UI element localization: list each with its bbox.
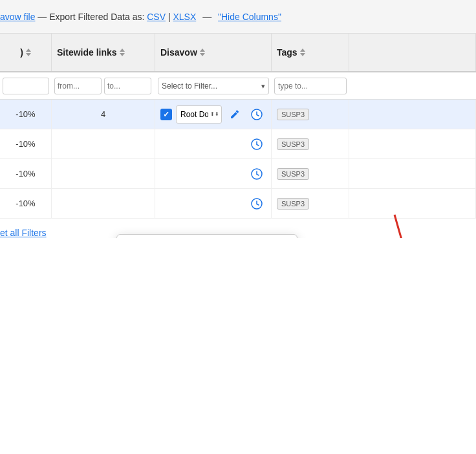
tags-cell: SUSP3	[272, 189, 349, 218]
sitewide-from-input[interactable]	[54, 78, 102, 94]
sitewide-cell	[52, 129, 155, 158]
table-row: -10% SUSP3	[0, 129, 476, 159]
filter-row: Select to Filter...	[0, 72, 476, 100]
sitewide-cell: 4	[52, 100, 155, 129]
sitewide-cell	[52, 159, 155, 188]
disavow-select-wrap: Root Domain	[176, 105, 222, 124]
sitewide-range-filter	[54, 78, 153, 94]
filter-sitewide	[52, 72, 155, 99]
history-btn[interactable]	[248, 165, 266, 183]
score-value: -10%	[16, 199, 35, 208]
disavow-checkbox[interactable]	[160, 109, 172, 120]
export-text: — Export Filtered Data as:	[38, 12, 144, 22]
separator2: —	[202, 12, 211, 22]
separator1: |	[168, 12, 171, 22]
filter-tags	[272, 72, 349, 99]
sort-disavow-btn[interactable]	[200, 49, 205, 56]
sort-down-icon	[200, 53, 205, 56]
csv-link[interactable]: CSV	[147, 12, 166, 22]
rest-cell	[349, 129, 476, 158]
history-btn[interactable]	[248, 135, 266, 153]
history-popup: 2019-04-27 — User: lagrotte Report: 1268…	[116, 234, 298, 238]
col-header-score: )	[0, 34, 52, 71]
tag-badge: SUSP3	[277, 168, 309, 180]
score-cell: -10%	[0, 159, 52, 188]
score-value: -10%	[16, 109, 35, 119]
score-col-label: )	[20, 47, 23, 58]
sitewide-value: 4	[101, 109, 105, 119]
disavow-filter-wrap: Select to Filter...	[158, 78, 269, 94]
sort-down-icon	[120, 53, 125, 56]
rest-cell	[349, 189, 476, 218]
tag-badge: SUSP3	[277, 198, 309, 210]
sitewide-to-input[interactable]	[104, 78, 151, 94]
table-row: -10% SUSP3	[0, 189, 476, 219]
sort-score-btn[interactable]	[26, 49, 31, 56]
col-header-rest	[349, 34, 476, 71]
col-header-tags: Tags	[272, 34, 349, 71]
sort-up-icon	[300, 49, 305, 52]
score-value: -10%	[16, 169, 35, 178]
tags-cell: SUSP3	[272, 159, 349, 188]
col-header-disavow: Disavow	[155, 34, 272, 71]
table-row: -10% SUSP3	[0, 159, 476, 189]
sitewide-cell	[52, 189, 155, 218]
disavow-cell	[155, 129, 272, 158]
sort-sitewide-btn[interactable]	[120, 49, 125, 56]
filter-score	[0, 72, 52, 99]
disavow-filter-select[interactable]: Select to Filter...	[158, 78, 269, 94]
table-area: ) Sitewide links Disavow Tags	[0, 34, 476, 238]
edit-disavow-btn[interactable]	[226, 105, 244, 124]
tags-filter-input[interactable]	[274, 78, 347, 94]
history-btn[interactable]	[248, 105, 266, 124]
disavow-cell	[155, 159, 272, 188]
disavow-cell	[155, 189, 272, 218]
disavow-file-link[interactable]: avow file	[0, 12, 35, 22]
sort-up-icon	[200, 49, 205, 52]
sitewide-col-label: Sitewide links	[57, 47, 117, 58]
disavow-col-label: Disavow	[160, 47, 197, 58]
tags-cell: SUSP3	[272, 129, 349, 158]
reset-filters-link[interactable]: et all Filters	[0, 228, 47, 238]
rest-cell	[349, 100, 476, 129]
top-bar: avow file — Export Filtered Data as: CSV…	[0, 0, 476, 34]
tags-cell: SUSP3	[272, 100, 349, 129]
tag-badge: SUSP3	[277, 109, 309, 120]
filter-disavow: Select to Filter...	[155, 72, 272, 99]
score-value: -10%	[16, 139, 35, 149]
xlsx-link[interactable]: XLSX	[173, 12, 196, 22]
score-filter-input[interactable]	[3, 78, 49, 94]
score-cell: -10%	[0, 129, 52, 158]
tags-col-label: Tags	[277, 47, 298, 58]
rest-cell	[349, 159, 476, 188]
hide-columns-link[interactable]: "Hide Columns"	[218, 12, 281, 22]
disavow-type-select[interactable]: Root Domain	[176, 105, 222, 124]
tag-badge: SUSP3	[277, 138, 309, 150]
sort-down-icon	[300, 53, 305, 56]
sort-down-icon	[26, 53, 31, 56]
sort-up-icon	[120, 49, 125, 52]
sort-up-icon	[26, 49, 31, 52]
history-btn[interactable]	[248, 195, 266, 213]
disavow-cell: Root Domain	[155, 100, 272, 129]
table-row: -10% 4 Root Domain	[0, 100, 476, 129]
score-cell: -10%	[0, 189, 52, 218]
col-header-sitewide: Sitewide links	[52, 34, 155, 71]
table-header: ) Sitewide links Disavow Tags	[0, 34, 476, 72]
score-cell: -10%	[0, 100, 52, 129]
sort-tags-btn[interactable]	[300, 49, 305, 56]
